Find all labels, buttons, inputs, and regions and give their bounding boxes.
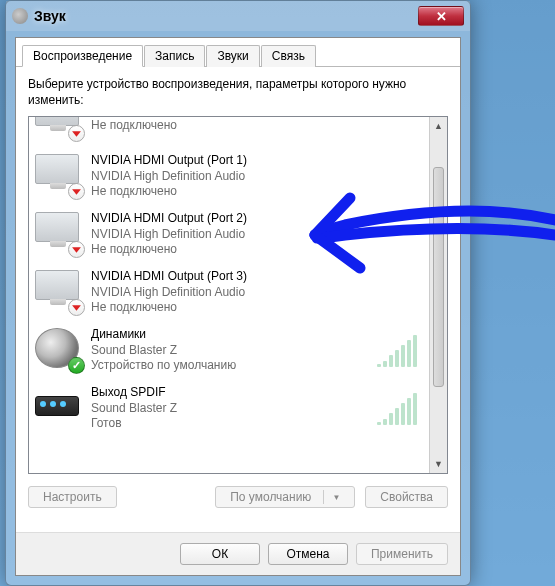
device-status: Не подключено — [91, 184, 423, 200]
spdif-icon — [35, 386, 83, 430]
dialog-content: Воспроизведение Запись Звуки Связь Выбер… — [15, 37, 461, 576]
device-name: NVIDIA HDMI Output (Port 2) — [91, 211, 423, 227]
tab-sounds[interactable]: Звуки — [206, 45, 259, 67]
device-subtitle: Sound Blaster Z — [91, 401, 377, 417]
tab-playback[interactable]: Воспроизведение — [22, 45, 143, 67]
device-name: NVIDIA HDMI Output (Port 3) — [91, 269, 423, 285]
scroll-down-icon[interactable]: ▼ — [430, 455, 447, 473]
device-name: NVIDIA HDMI Output (Port 1) — [91, 153, 423, 169]
disconnected-overlay-icon — [68, 125, 85, 142]
monitor-icon — [35, 212, 83, 256]
level-meter — [377, 391, 423, 425]
device-row[interactable]: NVIDIA HDMI Output (Port 1) NVIDIA High … — [29, 147, 429, 205]
ok-button[interactable]: ОК — [180, 543, 260, 565]
monitor-icon — [35, 270, 83, 314]
monitor-icon — [35, 154, 83, 198]
device-row[interactable]: NVIDIA HDMI Output (Port 2) NVIDIA High … — [29, 205, 429, 263]
device-status: Готов — [91, 416, 377, 432]
scroll-thumb[interactable] — [433, 167, 444, 387]
device-subtitle: Sound Blaster Z — [91, 343, 377, 359]
device-subtitle: NVIDIA High Definition Audio — [91, 227, 423, 243]
set-default-button[interactable]: По умолчанию ▼ — [215, 486, 355, 508]
device-name: Выход SPDIF — [91, 385, 377, 401]
chevron-down-icon: ▼ — [332, 493, 340, 502]
close-icon: ✕ — [436, 9, 447, 24]
level-meter — [377, 333, 423, 367]
device-row[interactable]: ✓ Динамики Sound Blaster Z Устройство по… — [29, 321, 429, 379]
scroll-up-icon[interactable]: ▲ — [430, 117, 447, 135]
device-list: NVIDIA High Definition Audio Не подключе… — [28, 116, 448, 474]
device-status: Не подключено — [91, 300, 423, 316]
instruction-text: Выберите устройство воспроизведения, пар… — [28, 76, 448, 108]
tab-communications[interactable]: Связь — [261, 45, 316, 67]
tab-recording[interactable]: Запись — [144, 45, 205, 67]
disconnected-overlay-icon — [68, 183, 85, 200]
titlebar[interactable]: Звук ✕ — [6, 1, 470, 31]
disconnected-overlay-icon — [68, 241, 85, 258]
device-name: Динамики — [91, 327, 377, 343]
sound-dialog-window: Звук ✕ Воспроизведение Запись Звуки Связ… — [5, 0, 471, 586]
cancel-button[interactable]: Отмена — [268, 543, 348, 565]
close-button[interactable]: ✕ — [418, 6, 464, 26]
speakers-icon: ✓ — [35, 328, 83, 372]
device-row[interactable]: NVIDIA HDMI Output (Port 3) NVIDIA High … — [29, 263, 429, 321]
device-status: Не подключено — [91, 242, 423, 258]
device-status: Устройство по умолчанию — [91, 358, 377, 374]
scrollbar[interactable]: ▲ ▼ — [429, 117, 447, 473]
device-subtitle: NVIDIA High Definition Audio — [91, 285, 423, 301]
monitor-icon — [35, 117, 83, 140]
sound-icon — [12, 8, 28, 24]
device-row[interactable]: NVIDIA High Definition Audio Не подключе… — [29, 117, 429, 147]
tabs-bar: Воспроизведение Запись Звуки Связь — [16, 38, 460, 67]
device-status: Не подключено — [91, 118, 423, 134]
device-subtitle: NVIDIA High Definition Audio — [91, 169, 423, 185]
properties-button[interactable]: Свойства — [365, 486, 448, 508]
window-title: Звук — [34, 8, 418, 24]
device-row[interactable]: Выход SPDIF Sound Blaster Z Готов — [29, 379, 429, 437]
disconnected-overlay-icon — [68, 299, 85, 316]
configure-button[interactable]: Настроить — [28, 486, 117, 508]
apply-button[interactable]: Применить — [356, 543, 448, 565]
default-check-icon: ✓ — [68, 357, 85, 374]
